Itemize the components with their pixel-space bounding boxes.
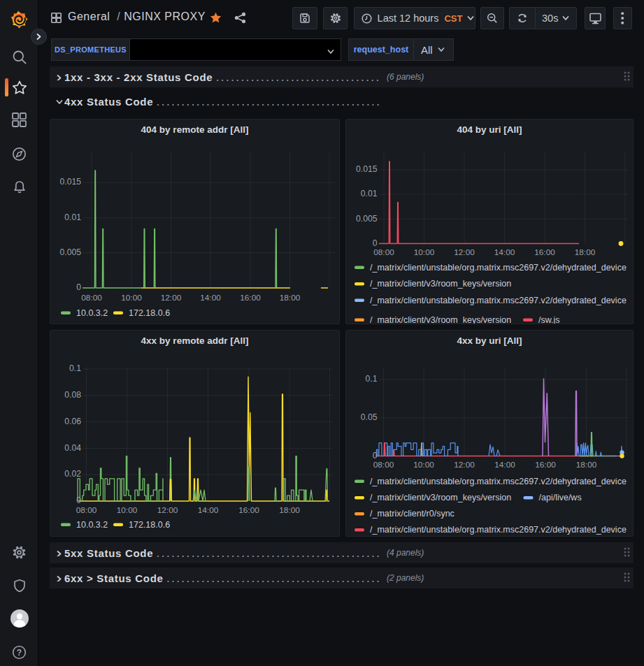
svg-text:08:00: 08:00: [373, 460, 394, 470]
svg-text:/_matrix/client/v3/room_keys/v: /_matrix/client/v3/room_keys/version: [370, 279, 511, 289]
svg-text:10:00: 10:00: [121, 293, 142, 303]
svg-text:0.1: 0.1: [366, 374, 378, 384]
svg-text:10.0.3.2: 10.0.3.2: [76, 308, 108, 318]
svg-text:/_matrix/client/unstable/org.m: /_matrix/client/unstable/org.matrix.msc2…: [370, 477, 627, 486]
svg-text:12:00: 12:00: [157, 505, 178, 515]
svg-text:14:00: 14:00: [198, 505, 219, 515]
svg-text:18:00: 18:00: [279, 505, 300, 515]
svg-text:08:00: 08:00: [373, 247, 394, 257]
svg-text:18:00: 18:00: [576, 460, 597, 470]
svg-text:172.18.0.6: 172.18.0.6: [129, 520, 170, 530]
svg-text:16:00: 16:00: [535, 460, 556, 470]
svg-text:18:00: 18:00: [575, 247, 596, 257]
svg-text:0.02: 0.02: [64, 469, 81, 479]
svg-text:12:00: 12:00: [454, 460, 475, 470]
svg-text:/_matrix/client/r0/sync: /_matrix/client/r0/sync: [370, 509, 455, 519]
svg-text:0.015: 0.015: [356, 164, 378, 174]
svg-text:10:00: 10:00: [413, 460, 434, 470]
svg-text:/_matrix/client/v3/room_keys/v: /_matrix/client/v3/room_keys/version: [370, 493, 511, 502]
svg-text:0: 0: [76, 495, 81, 505]
svg-text:08:00: 08:00: [76, 505, 97, 515]
svg-text:16:00: 16:00: [240, 293, 261, 303]
svg-text:14:00: 14:00: [200, 293, 221, 303]
svg-text:18:00: 18:00: [280, 293, 301, 303]
svg-text:0.005: 0.005: [356, 214, 378, 224]
svg-text:/_matrix/client/unstable/org.m: /_matrix/client/unstable/org.matrix.msc2…: [370, 263, 627, 273]
svg-text:/_matrix/client/unstable/org.m: /_matrix/client/unstable/org.matrix.msc2…: [370, 525, 627, 535]
svg-text:0.01: 0.01: [361, 189, 378, 198]
svg-text:16:00: 16:00: [534, 247, 555, 257]
svg-text:/sw.js: /sw.js: [538, 315, 560, 324]
svg-text:10.0.3.2: 10.0.3.2: [76, 520, 108, 530]
svg-text:14:00: 14:00: [494, 247, 515, 257]
svg-text:12:00: 12:00: [161, 293, 182, 303]
svg-text:10:00: 10:00: [414, 247, 435, 257]
svg-text:172.18.0.6: 172.18.0.6: [129, 308, 170, 318]
svg-text:/_matrix/client/v3/room_keys/v: /_matrix/client/v3/room_keys/version: [370, 315, 511, 324]
svg-text:0.04: 0.04: [64, 443, 81, 453]
svg-text:0.005: 0.005: [60, 247, 82, 257]
svg-text:0.06: 0.06: [64, 417, 81, 426]
svg-text:0: 0: [76, 282, 81, 292]
svg-text:12:00: 12:00: [454, 247, 475, 257]
svg-text:0.015: 0.015: [60, 177, 82, 187]
svg-text:0.08: 0.08: [64, 390, 81, 400]
svg-text:0.01: 0.01: [64, 212, 81, 222]
svg-text:0.1: 0.1: [69, 363, 81, 373]
svg-text:0: 0: [373, 238, 378, 248]
svg-text:08:00: 08:00: [81, 293, 102, 303]
svg-text:10:00: 10:00: [117, 505, 138, 515]
svg-text:/api/live/ws: /api/live/ws: [539, 493, 582, 502]
svg-text:?: ?: [17, 648, 22, 658]
svg-text:/_matrix/client/unstable/org.m: /_matrix/client/unstable/org.matrix.msc2…: [370, 296, 627, 305]
svg-text:14:00: 14:00: [494, 460, 515, 470]
svg-text:0: 0: [373, 451, 378, 461]
svg-text:16:00: 16:00: [238, 505, 259, 515]
svg-text:0.05: 0.05: [361, 412, 378, 422]
